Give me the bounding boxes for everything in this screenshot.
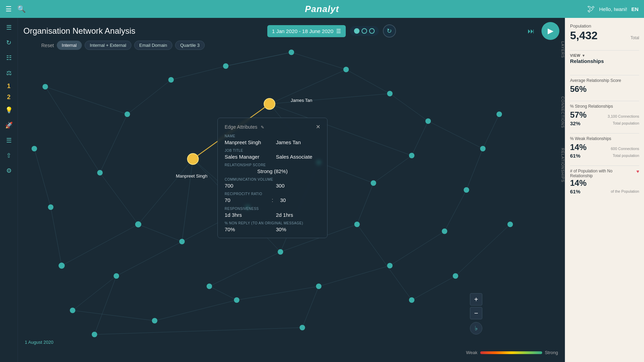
filter-tabs: Reset Internal Internal + External Email… xyxy=(41,41,205,50)
weak-rel-connections: 600 Connections xyxy=(611,147,639,151)
legend-bar: Weak Strong xyxy=(466,350,558,355)
date-range-pill[interactable]: 1 Jan 2020 - 18 June 2020 ☰ xyxy=(267,25,346,37)
svg-line-37 xyxy=(357,224,412,300)
weak-rel-value-row: 14% 600 Connections xyxy=(570,142,639,152)
svg-point-76 xyxy=(480,146,486,151)
svg-point-82 xyxy=(453,273,458,279)
svg-line-33 xyxy=(45,87,100,173)
avg-rel-score-section: Average Relationship Score 56% xyxy=(570,78,639,94)
svg-point-80 xyxy=(354,222,360,227)
play-button[interactable]: ▶ xyxy=(541,22,559,40)
filter-tab-quartile3[interactable]: Quartile 3 xyxy=(175,41,205,50)
filter-tab-internal-external[interactable]: Internal + External xyxy=(85,41,131,50)
sidebar-refresh-icon[interactable]: ↻ xyxy=(2,36,16,50)
zoom-controls: + − ♭ xyxy=(470,293,482,334)
zoom-in-button[interactable]: + xyxy=(470,293,482,306)
fast-forward-icon[interactable]: ⏭ xyxy=(528,27,535,35)
sidebar-number-1[interactable]: 1 xyxy=(3,81,14,91)
circle-1[interactable] xyxy=(354,28,359,34)
reset-button[interactable]: Reset xyxy=(41,43,54,48)
edge-commvol-label: COMMUNICATION VOLUME xyxy=(225,178,320,181)
svg-line-31 xyxy=(51,207,62,266)
avg-rel-score-label: Average Relationship Score xyxy=(570,78,639,83)
svg-line-21 xyxy=(116,242,182,276)
svg-line-40 xyxy=(302,286,319,328)
svg-point-86 xyxy=(496,111,502,117)
svg-line-14 xyxy=(291,52,346,70)
svg-line-47 xyxy=(45,87,128,114)
svg-point-87 xyxy=(507,222,513,227)
filter-tab-email-domain[interactable]: Email Domain xyxy=(134,41,172,50)
sidebar-number-2[interactable]: 2 xyxy=(3,92,14,102)
svg-line-27 xyxy=(390,231,444,266)
strong-rel-value-row: 57% 3,100 Connections xyxy=(570,110,639,120)
edge-responsive-left: 1d 3hrs xyxy=(225,212,269,218)
sidebar-bulb-icon[interactable]: 💡 xyxy=(2,103,16,117)
population-section: Population 5,432 Total xyxy=(570,23,639,42)
population-total-label: Total xyxy=(631,35,639,40)
strong-rel-connections: 3,100 Connections xyxy=(608,114,639,118)
sidebar-layers-icon[interactable]: ☷ xyxy=(2,51,16,65)
sidebar-rocket-icon[interactable]: 🚀 xyxy=(2,118,16,132)
sidebar-balance-icon[interactable]: ⚖ xyxy=(2,66,16,80)
divider-1 xyxy=(570,50,639,51)
svg-line-12 xyxy=(171,66,226,80)
edge-recip-sep: : xyxy=(272,197,273,203)
svg-line-28 xyxy=(444,190,466,231)
sidebar-list-icon[interactable]: ☰ xyxy=(2,134,16,147)
chevron-down-icon: ▼ xyxy=(582,54,585,57)
svg-point-75 xyxy=(464,187,469,193)
svg-line-24 xyxy=(155,300,237,321)
population-value: 5,432 xyxy=(570,29,598,42)
language-toggle[interactable]: EN xyxy=(631,6,638,12)
svg-line-23 xyxy=(73,310,155,321)
weak-rel-value: 14% xyxy=(570,142,587,152)
svg-point-67 xyxy=(179,239,185,244)
legend-strong: Strong xyxy=(545,350,558,355)
svg-point-62 xyxy=(426,118,431,124)
svg-line-41 xyxy=(95,328,302,334)
no-rel-total-value: 61% xyxy=(570,189,580,194)
left-sidebar: ☰ ↻ ☷ ⚖ 1 2 💡 🚀 ☰ ⇧ ⚙ xyxy=(0,18,18,362)
compass-button[interactable]: ♭ xyxy=(470,322,482,334)
heart-icon[interactable]: ♥ xyxy=(636,169,639,174)
edge-jobtitle-label: JOB TITLE xyxy=(225,149,320,152)
search-icon[interactable]: 🔍 xyxy=(17,5,26,13)
edge-attributes-panel: Edge Attributes ✎ ✕ NAME Manpreet Singh … xyxy=(217,118,328,238)
svg-line-9 xyxy=(100,173,138,224)
svg-point-60 xyxy=(343,67,349,72)
svg-point-72 xyxy=(316,284,322,289)
top-nav: ☰ 🔍 Panalyt 🕊 Hello, Iwani! EN xyxy=(0,0,644,18)
no-rel-header-row: # of Population with No Relationship ♥ xyxy=(570,169,639,178)
side-label-relationships: Relationships xyxy=(561,148,565,182)
svg-point-83 xyxy=(300,325,305,330)
sidebar-filter-icon[interactable]: ☰ xyxy=(2,21,16,34)
edge-panel-close-button[interactable]: ✕ xyxy=(316,124,320,130)
svg-point-59 xyxy=(289,50,294,55)
population-label: Population xyxy=(570,23,639,29)
pill-controls xyxy=(350,26,379,36)
date-range-text: 1 Jan 2020 - 18 June 2020 xyxy=(272,28,333,34)
svg-point-81 xyxy=(409,297,415,303)
edge-recip-right: 30 xyxy=(280,197,320,203)
sidebar-share-icon[interactable]: ⇧ xyxy=(2,149,16,162)
svg-line-0 xyxy=(138,159,193,224)
svg-point-53 xyxy=(58,263,65,269)
center-content: Manpreet SinghJames Tan Organisation Net… xyxy=(18,18,565,362)
hamburger-icon[interactable]: ☰ xyxy=(6,5,12,13)
edge-name-left: Manpreet Singh xyxy=(225,139,269,145)
circle-3[interactable] xyxy=(369,28,375,34)
circle-2[interactable] xyxy=(362,28,367,34)
svg-line-43 xyxy=(226,52,291,66)
history-button[interactable]: ↻ xyxy=(383,24,396,38)
filter-tab-internal[interactable]: Internal xyxy=(57,41,82,50)
view-label: VIEW xyxy=(570,53,580,57)
zoom-out-button[interactable]: − xyxy=(470,307,482,319)
sidebar-settings-icon[interactable]: ⚙ xyxy=(2,164,16,178)
edge-responsive-row: 1d 3hrs 2d 1hrs xyxy=(225,212,320,218)
svg-point-56 xyxy=(125,111,130,117)
edge-name-row: Manpreet Singh James Tan xyxy=(225,139,320,145)
weak-rel-section: % Weak Relationships 14% 600 Connections… xyxy=(570,136,639,159)
legend-weak: Weak xyxy=(466,350,477,355)
no-rel-value: 14% xyxy=(570,178,639,188)
